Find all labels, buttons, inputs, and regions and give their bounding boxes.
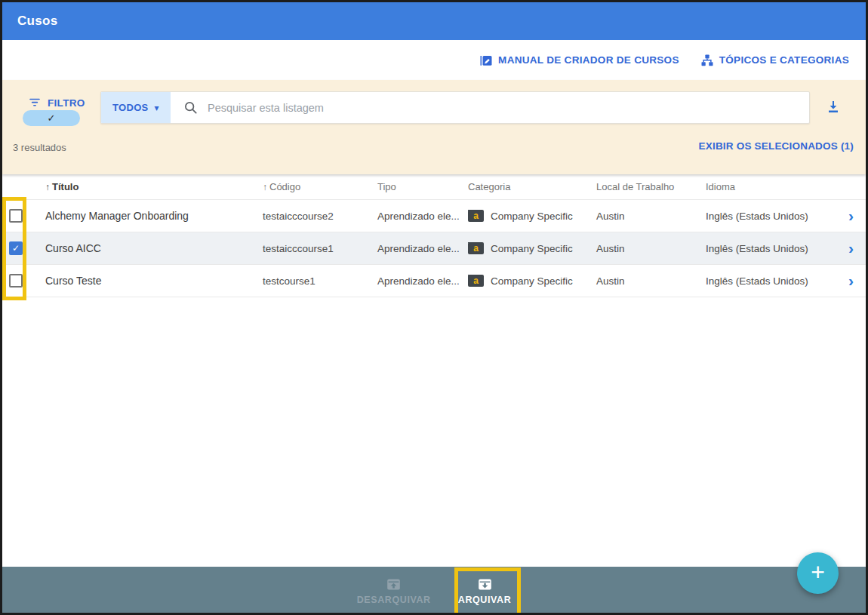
chevron-right-icon[interactable]: › [848,208,854,224]
course-type: Aprendizado ele... [368,243,459,254]
filter-button[interactable]: FILTRO [28,96,85,109]
search-icon [171,92,208,123]
search-box: TODOS ▾ [100,91,810,124]
row-checkbox[interactable] [9,209,23,223]
course-title: Alchemy Manager Onboarding [36,210,254,222]
column-header-workplace[interactable]: Local de Trabalho [587,181,697,192]
unarchive-button-label: DESARQUIVAR [357,595,431,605]
hierarchy-icon [700,54,714,67]
chevron-right-icon[interactable]: › [848,272,854,289]
links-bar: MANUAL DE CRIADOR DE CURSOS TÓPICOS E CA… [2,40,866,80]
manual-link-label: MANUAL DE CRIADOR DE CURSOS [498,54,679,66]
row-checkbox[interactable] [9,274,23,288]
archive-box-down-icon [477,577,493,592]
scope-dropdown[interactable]: TODOS ▾ [101,92,171,123]
filter-bar: FILTRO ✓ TODOS ▾ 3 resultados [2,80,866,174]
unarchive-button[interactable]: DESARQUIVAR [357,577,431,605]
course-language: Inglês (Estads Unidos) [697,275,836,287]
filter-icon [28,96,42,109]
download-icon [824,98,842,116]
scope-dropdown-value: TODOS [112,102,149,113]
table-header-row: ↑Título ↑Código Tipo Categoria Local de … [2,174,866,200]
edit-box-icon [479,54,493,67]
table-row[interactable]: Curso Teste testcourse1 Aprendizado ele.… [2,265,866,297]
course-workplace: Austin [587,275,697,287]
column-header-category[interactable]: Categoria [459,181,587,192]
course-code: testaicccourse2 [254,211,368,222]
column-header-type[interactable]: Tipo [368,181,459,192]
download-button[interactable] [823,98,843,118]
unarchive-box-up-icon [386,577,402,592]
course-code: testcourse1 [254,275,368,287]
course-language: Inglês (Estads Unidos) [697,211,836,222]
show-selected-link[interactable]: EXIBIR OS SELECIONADOS (1) [699,140,854,152]
check-icon: ✓ [12,243,20,254]
filter-toggle[interactable]: ✓ [23,110,80,126]
course-workplace: Austin [587,211,697,222]
page-title: Cusos [17,14,57,29]
column-header-code[interactable]: ↑Código [254,181,368,192]
results-count: 3 resultados [13,142,66,153]
column-header-language[interactable]: Idioma [697,181,836,192]
row-checkbox[interactable]: ✓ [9,241,23,255]
bottom-action-bar: DESARQUIVAR ARQUIVAR [2,567,866,615]
alchemy-folder-icon: a [468,242,484,254]
topics-categories-link[interactable]: TÓPICOS E CATEGORIAS [700,54,849,67]
course-workplace: Austin [587,243,697,254]
course-category: Company Specific [491,275,573,287]
course-type: Aprendizado ele... [368,211,459,222]
course-category: Company Specific [491,243,573,254]
course-title: Curso Teste [36,275,254,287]
column-header-title[interactable]: ↑Título [36,181,254,192]
course-category: Company Specific [491,211,573,222]
alchemy-folder-icon: a [468,210,484,222]
table-row[interactable]: ✓ Curso AICC testaicccourse1 Aprendizado… [2,232,866,265]
add-course-fab[interactable]: + [797,552,839,594]
table-row[interactable]: Alchemy Manager Onboarding testaicccours… [2,200,866,232]
sort-up-icon: ↑ [263,182,267,192]
sort-up-icon: ↑ [45,182,50,192]
check-icon: ✓ [48,112,56,124]
archive-button[interactable]: ARQUIVAR [458,577,512,605]
filter-label: FILTRO [48,97,85,109]
topics-link-label: TÓPICOS E CATEGORIAS [719,54,849,66]
courses-table: ↑Título ↑Código Tipo Categoria Local de … [2,174,866,297]
app-header: Cusos [2,2,866,40]
course-type: Aprendizado ele... [368,275,459,287]
search-input[interactable] [208,92,809,123]
alchemy-folder-icon: a [468,275,484,287]
courses-screen: Cusos MANUAL DE CRIADOR DE CURSOS TÓPICO… [0,0,868,615]
archive-button-label: ARQUIVAR [458,595,512,605]
course-title: Curso AICC [36,242,254,254]
chevron-down-icon: ▾ [155,103,159,112]
plus-icon: + [811,560,825,584]
course-language: Inglês (Estads Unidos) [697,243,836,254]
course-code: testaicccourse1 [254,243,368,254]
manual-link[interactable]: MANUAL DE CRIADOR DE CURSOS [479,54,679,67]
chevron-right-icon[interactable]: › [848,240,854,257]
